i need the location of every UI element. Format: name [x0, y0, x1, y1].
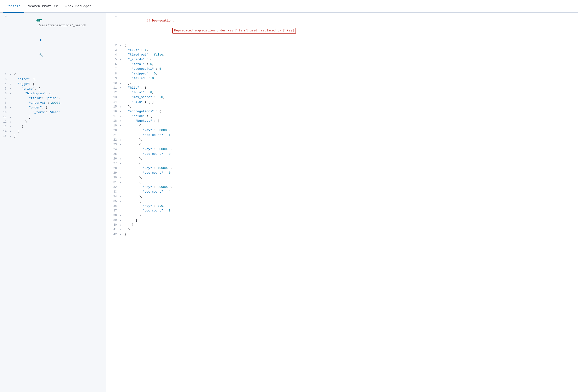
table-row: 31 ▾ { [110, 180, 578, 185]
deprecation-line: 1 #! Deprecation: Deprecated aggregation… [110, 14, 578, 43]
tab-search-profiler[interactable]: Search Profiler [24, 0, 62, 13]
table-row: 6 ▾ "histogram": { [0, 91, 106, 96]
table-row: 36 "key" : 0.0, [110, 204, 578, 208]
table-row: 29 "doc_count" : 0 [110, 171, 578, 175]
table-row: 8 "interval": 20000, [0, 101, 106, 105]
right-editor[interactable]: 1 #! Deprecation: Deprecated aggregation… [110, 13, 578, 392]
table-row: 3 "took" : 1, [110, 48, 578, 52]
table-row: 17 ▾ "price" : { [110, 114, 578, 119]
table-row: 28 "key" : 40000.0, [110, 166, 578, 171]
table-row: 8 "skipped" : 0, [110, 71, 578, 76]
table-row: 13 ▴ } [0, 124, 106, 129]
deprecation-message: Deprecated aggregation order key [_term]… [172, 28, 296, 34]
main-container: 1 GET /cars/transactions/_search ▶ 🔧 2 [0, 13, 578, 392]
table-row: 39 ▴ ] [110, 218, 578, 222]
table-row: 15 ▴ }, [110, 104, 578, 109]
right-code-block: 1 #! Deprecation: Deprecated aggregation… [110, 14, 578, 237]
table-row: 2 ▾ { [0, 72, 106, 77]
table-row: 22 ▴ }, [110, 137, 578, 142]
table-row: 9 "failed" : 0 [110, 76, 578, 81]
table-row: 4 "timed_out" : false, [110, 52, 578, 57]
table-row: 23 ▾ { [110, 142, 578, 147]
table-row: 11 ▴ } [0, 115, 106, 120]
table-row: 30 ▴ }, [110, 175, 578, 180]
tab-grok-debugger[interactable]: Grok Debugger [62, 0, 95, 13]
table-row: 24 "key" : 60000.0, [110, 147, 578, 152]
top-nav: Console Search Profiler Grok Debugger [0, 0, 578, 13]
table-row: 26 ▴ }, [110, 156, 578, 161]
table-row: 18 ▾ "buckets" : [ [110, 119, 578, 123]
table-row: 27 ▾ { [110, 161, 578, 166]
table-row: 4 ▾ "aggs": { [0, 82, 106, 87]
table-row: 6 "total" : 5, [110, 62, 578, 67]
table-row: 35 ▾ { [110, 199, 578, 204]
table-row: 42 ▴ } [110, 232, 578, 237]
table-row: 13 "max_score" : 0.0, [110, 95, 578, 100]
table-row: 37 "doc_count" : 3 [110, 208, 578, 213]
table-row: 3 "size": 0, [0, 77, 106, 82]
table-row: 40 ▴ } [110, 222, 578, 227]
deprecation-label: #! Deprecation: [146, 19, 174, 22]
table-row: 7 "successful" : 5, [110, 67, 578, 71]
table-row: 32 "key" : 20000.0, [110, 185, 578, 189]
table-row: 5 ▾ "_shards" : { [110, 57, 578, 62]
request-url: /cars/transactions/_search [36, 24, 86, 27]
left-panel: 1 GET /cars/transactions/_search ▶ 🔧 2 [0, 13, 106, 392]
request-line: 1 GET /cars/transactions/_search ▶ 🔧 [0, 14, 106, 72]
left-editor[interactable]: 1 GET /cars/transactions/_search ▶ 🔧 2 [0, 13, 106, 392]
table-row: 38 ▴ } [110, 213, 578, 218]
right-panel: 1 #! Deprecation: Deprecated aggregation… [110, 13, 578, 392]
table-row: 10 "_term": "desc" [0, 110, 106, 115]
table-row: 33 "doc_count" : 4 [110, 189, 578, 194]
table-row: 34 ▴ }, [110, 194, 578, 199]
table-row: 25 "doc_count" : 0 [110, 152, 578, 156]
table-row: 19 ▾ { [110, 123, 578, 128]
tab-console[interactable]: Console [3, 0, 24, 13]
run-button[interactable]: ▶ [38, 37, 44, 43]
table-row: 11 ▾ "hits" : { [110, 86, 578, 90]
http-method: GET [36, 19, 42, 22]
table-row: 41 ▴ } [110, 227, 578, 232]
table-row: 10 ▴ }, [110, 81, 578, 86]
table-row: 9 ▾ "order": { [0, 105, 106, 110]
left-code-block: 1 GET /cars/transactions/_search ▶ 🔧 2 [0, 14, 106, 138]
table-row: 12 ▴ } [0, 120, 106, 124]
table-row: 5 ▾ "price": { [0, 87, 106, 91]
table-row: 15 ▴ } [0, 134, 106, 138]
wrench-icon[interactable]: 🔧 [38, 52, 44, 58]
table-row: 14 "hits" : [ ] [110, 100, 578, 104]
table-row: 7 "field": "price", [0, 96, 106, 101]
table-row: 12 "total" : 8, [110, 90, 578, 95]
table-row: 20 "key" : 80000.0, [110, 128, 578, 133]
table-row: 16 ▾ "aggregations" : { [110, 109, 578, 114]
table-row: 14 ▴ } [0, 129, 106, 134]
panel-divider: · · · [106, 13, 110, 392]
table-row: 21 "doc_count" : 1 [110, 133, 578, 137]
table-row: 2 ▾ { [110, 43, 578, 48]
